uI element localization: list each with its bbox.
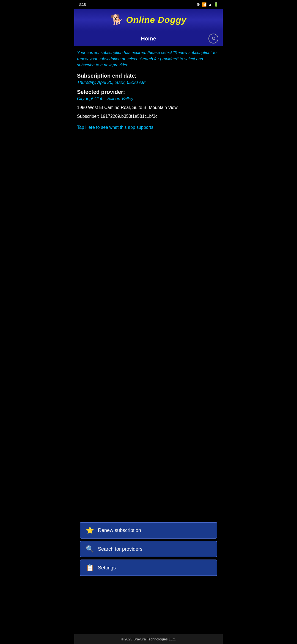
settings-button[interactable]: 📋 Settings — [80, 560, 217, 576]
status-icons: ⚙ 📶 ▲ 🔋 — [197, 2, 218, 7]
status-time: 3:16 — [79, 2, 86, 7]
sim-icon: 📶 — [202, 2, 207, 7]
subscriber-value: Subscriber: 19172209,b353f1a581c1bf3c — [77, 114, 220, 119]
selected-provider-value: Citydog! Club - Silicon Valley — [77, 96, 220, 101]
nav-bar: Home ↻ — [74, 31, 223, 46]
address-section: 1980 West El Camino Real, Suite B, Mount… — [77, 105, 220, 110]
renew-subscription-button[interactable]: ⭐ Renew subscription — [80, 522, 217, 539]
dog-logo-icon: 🐕 — [111, 14, 123, 26]
main-content: Your current subscription has expired. P… — [74, 46, 223, 634]
selected-provider-section: Selected provider: Citydog! Club - Silic… — [77, 89, 220, 101]
search-providers-label: Search for providers — [98, 546, 142, 552]
battery-icon: 🔋 — [214, 2, 218, 7]
selected-provider-label: Selected provider: — [77, 89, 220, 95]
subscriber-section: Subscriber: 19172209,b353f1a581c1bf3c — [77, 114, 220, 119]
app-title: Online Doggy — [126, 15, 187, 25]
settings-icon: ⚙ — [197, 2, 200, 7]
subscription-end-label: Subscription end date: — [77, 73, 220, 79]
refresh-button[interactable]: ↻ — [208, 34, 218, 43]
settings-label: Settings — [98, 565, 116, 571]
header-banner: 🐕 Online Doggy — [74, 9, 223, 31]
subscription-end-section: Subscription end date: Thursday, April 2… — [77, 73, 220, 85]
wifi-icon: ▲ — [208, 2, 212, 7]
status-time-area: 3:16 — [79, 2, 86, 7]
star-icon: ⭐ — [86, 526, 94, 534]
footer: © 2023 Bravura Technologies LLC. — [74, 634, 223, 644]
clipboard-icon: 📋 — [86, 564, 94, 572]
address-value: 1980 West El Camino Real, Suite B, Mount… — [77, 105, 220, 110]
subscription-warning: Your current subscription has expired. P… — [77, 50, 220, 68]
subscription-end-value: Thursday, April 20, 2023, 05:30 AM — [77, 80, 220, 85]
page-title: Home — [89, 36, 208, 42]
refresh-icon: ↻ — [211, 36, 216, 42]
buttons-area: ⭐ Renew subscription 🔍 Search for provid… — [77, 522, 220, 576]
tap-here-link[interactable]: Tap Here to see what this app supports — [77, 125, 220, 130]
copyright-text: © 2023 Bravura Technologies LLC. — [121, 637, 176, 641]
renew-subscription-label: Renew subscription — [98, 528, 141, 533]
logo-area: 🐕 Online Doggy — [111, 14, 187, 26]
search-icon: 🔍 — [86, 545, 94, 553]
status-bar: 3:16 ⚙ 📶 ▲ 🔋 — [74, 0, 223, 9]
search-providers-button[interactable]: 🔍 Search for providers — [80, 541, 217, 557]
